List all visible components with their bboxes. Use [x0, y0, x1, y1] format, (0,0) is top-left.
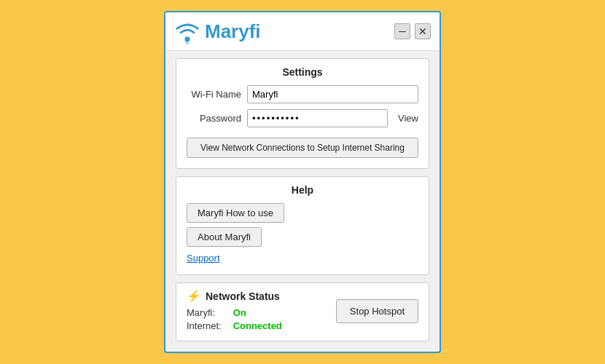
status-section: ⚡ Network Status Maryfi: On Internet: Co… [176, 282, 429, 341]
network-connections-button[interactable]: View Network Connections to Setup Intern… [187, 138, 418, 158]
help-title: Help [187, 184, 418, 196]
app-window: Maryfi ─ ✕ Settings Wi-Fi Name Password … [164, 11, 441, 353]
minimize-button[interactable]: ─ [394, 23, 410, 39]
status-left: ⚡ Network Status Maryfi: On Internet: Co… [187, 289, 282, 333]
logo-area: Maryfi [174, 18, 261, 44]
password-row: Password View [187, 109, 418, 127]
maryfi-status-row: Maryfi: On [187, 307, 282, 318]
about-button[interactable]: About Maryfi [187, 227, 262, 247]
help-section: Help Maryfi How to use About Maryfi Supp… [176, 176, 429, 275]
wifi-name-input[interactable] [247, 85, 418, 103]
maryfi-status-value: On [233, 307, 246, 318]
wifi-name-row: Wi-Fi Name [187, 85, 418, 103]
maryfi-status-label: Maryfi: [187, 307, 230, 318]
title-controls: ─ ✕ [394, 23, 431, 39]
password-input[interactable] [247, 109, 388, 127]
internet-status-label: Internet: [187, 320, 230, 331]
wifi-name-label: Wi-Fi Name [187, 89, 241, 100]
view-password-link[interactable]: View [398, 113, 418, 124]
password-label: Password [187, 113, 241, 124]
window-body: Settings Wi-Fi Name Password View View N… [165, 51, 440, 352]
status-title: Network Status [206, 290, 280, 302]
internet-status-row: Internet: Connected [187, 320, 282, 331]
support-link[interactable]: Support [187, 253, 220, 264]
settings-section: Settings Wi-Fi Name Password View View N… [176, 58, 429, 169]
svg-point-0 [184, 36, 190, 41]
close-button[interactable]: ✕ [415, 23, 431, 39]
lightning-icon: ⚡ [187, 289, 201, 303]
stop-hotspot-button[interactable]: Stop Hotspot [336, 299, 418, 323]
wifi-logo-icon [174, 18, 200, 44]
how-to-use-button[interactable]: Maryfi How to use [187, 203, 284, 223]
status-header: ⚡ Network Status [187, 289, 282, 303]
internet-status-value: Connected [233, 320, 282, 331]
settings-title: Settings [187, 66, 418, 78]
title-bar: Maryfi ─ ✕ [165, 12, 440, 51]
app-title: Maryfi [205, 20, 261, 43]
